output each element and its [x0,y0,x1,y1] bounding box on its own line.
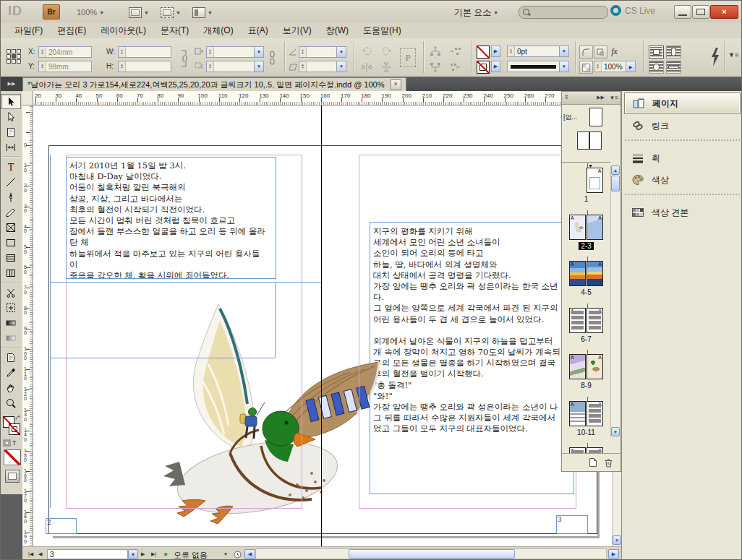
apply-none-button[interactable] [4,449,21,465]
page-spread-2-3[interactable]: AA2-3 [562,215,610,250]
fill-swatch[interactable] [477,46,490,59]
stroke-flyout-arrow[interactable]: ▶ [491,61,500,72]
pen-tool[interactable] [1,189,21,204]
close-button[interactable]: × [710,5,738,19]
view-mode-button[interactable] [5,470,20,483]
height-field[interactable]: ▲▼ [118,61,171,72]
free-transform-tool[interactable] [1,300,21,315]
type-tool[interactable]: T [1,159,21,174]
fill-flyout-arrow[interactable]: ▶ [491,46,500,57]
rotation-angle-field[interactable]: ▲▼▼ [299,46,346,58]
page-dropdown-arrow[interactable]: ▼ [128,549,138,559]
menu-item-5[interactable]: 표(A) [242,23,275,38]
tab-close-icon[interactable]: × [391,79,401,90]
spread-label[interactable]: 4-5 [579,288,593,296]
master-spread-thumbnail-left[interactable] [577,132,589,150]
scroll-left-icon[interactable]: ◀ [244,549,255,559]
select-content-icon[interactable] [429,61,442,73]
select-previous-icon[interactable] [449,46,462,57]
shear-angle-field[interactable]: ▲▼▼ [299,61,346,72]
preflight-clock-icon[interactable] [232,549,243,559]
menu-item-3[interactable]: 문자(T) [154,23,195,38]
flip-vertical-icon[interactable] [380,61,393,73]
page-number-field[interactable]: 3 [47,549,128,559]
gradient-feather-tool[interactable] [1,330,21,345]
page-spread-8-9[interactable]: AA8-9 [562,354,610,389]
page-spread-10-11[interactable]: AA10-11 [562,401,610,436]
flip-horizontal-icon[interactable] [361,61,374,73]
swap-fill-stroke-icon[interactable] [15,415,21,421]
page-tool[interactable] [1,124,21,139]
rotate-cw-icon[interactable] [361,46,374,57]
right-page-number-frame[interactable]: 3 [556,515,588,534]
page-thumbnail[interactable]: A [587,354,603,379]
minimize-button[interactable] [674,5,691,19]
direct-selection-tool[interactable] [1,109,21,124]
menu-item-4[interactable]: 개체(O) [197,23,239,38]
opacity-field[interactable]: ▲▼100%▶ [594,61,636,72]
preflight-menu-arrow[interactable]: ▼ [222,549,229,559]
workspace-switcher[interactable]: 기본 요소 ▼ [451,5,502,20]
master-none-single-thumbnail[interactable] [589,108,602,126]
toolbar-collapse-icon[interactable]: ▶▶ [1,77,22,91]
menu-item-7[interactable]: 창(W) [320,23,355,38]
spread-label[interactable]: 2-3 [579,242,593,250]
stroke-swatch[interactable] [477,61,490,74]
page-thumbnail[interactable]: A [569,215,586,240]
select-container-icon[interactable] [429,46,442,57]
formatting-affects-container-icon[interactable] [3,439,11,447]
constrain-dimensions-icon[interactable] [179,49,189,68]
cs-live-button[interactable]: CS Live [610,5,655,16]
menu-item-0[interactable]: 파일(F) [8,23,49,38]
next-page-button[interactable]: ▶ [140,549,146,559]
zoom-tool[interactable] [1,395,21,410]
corner-options-button[interactable] [579,46,593,59]
page-spread-6-7[interactable]: AA6-7 [562,308,610,343]
vertical-grid-tool[interactable] [1,265,21,280]
panel-drag-icon[interactable]: ⇕ [564,94,569,100]
hand-tool[interactable] [1,380,21,395]
line-tool[interactable] [1,174,21,189]
page-spread-4-5[interactable]: AA4-5 [562,261,610,296]
rectangle-tool[interactable] [1,235,21,250]
wrap-jump-object-button[interactable] [666,61,681,74]
formatting-affects-text-icon[interactable]: T [12,439,17,447]
selection-tool[interactable] [1,94,21,109]
dock-item-pages[interactable]: 페이지 [624,92,741,114]
document-canvas[interactable]: 서기 2010년 1월 15일 밤 3시.마침내 D-Day 날이었다.어둠이 … [33,105,621,546]
scroll-down-icon[interactable]: ▼ [611,427,620,436]
pages-panel-header[interactable]: ⇕ ▶▶ ▼≡ [562,92,621,105]
left-text-frame[interactable] [66,157,276,279]
scissors-tool[interactable] [1,285,21,300]
left-graphics-frame[interactable] [50,282,276,358]
spread-label[interactable]: 1 [582,195,591,203]
dock-item-stroke[interactable]: 획 [624,148,741,168]
master-spread-thumbnail-right[interactable] [589,132,602,150]
y-position-field[interactable]: ▲▼98mm [38,61,92,72]
gap-tool[interactable] [1,139,21,155]
note-tool[interactable] [1,350,21,365]
page-thumbnail[interactable]: A [587,168,603,193]
scale-y-field[interactable]: ▲▼▼ [206,61,264,72]
wrap-none-button[interactable] [649,46,664,59]
page-thumbnail[interactable]: A [587,215,603,240]
maximize-button[interactable] [692,5,709,19]
scroll-right-icon[interactable]: ▶ [608,549,619,559]
wrap-object-shape-button[interactable] [649,61,664,74]
drop-shadow-button[interactable] [594,46,607,59]
screen-mode-button[interactable]: ▼ [157,5,184,20]
new-spread-icon[interactable] [588,457,598,468]
pages-panel-scrollbar[interactable]: ▲ ▼ [610,165,621,436]
spread-label[interactable]: 8-9 [579,382,593,389]
x-position-field[interactable]: ▲▼204mm [38,46,92,58]
page-thumbnail[interactable]: A [569,401,586,426]
width-field[interactable]: ▲▼ [118,46,171,58]
page-thumbnail[interactable]: A [587,401,603,426]
panel-menu-icon[interactable]: ▼≡ [609,95,618,101]
left-page-number-frame[interactable]: 2 [46,518,77,534]
masters-divider[interactable] [562,162,610,163]
vertical-ruler[interactable]: 01 02 03 04 05 06 07 08 09 01 0 01 1 01 … [22,105,33,546]
stroke-style-dropdown[interactable]: ▼ [507,61,569,72]
search-input[interactable] [519,6,608,19]
page-thumbnail[interactable]: A [569,261,586,286]
